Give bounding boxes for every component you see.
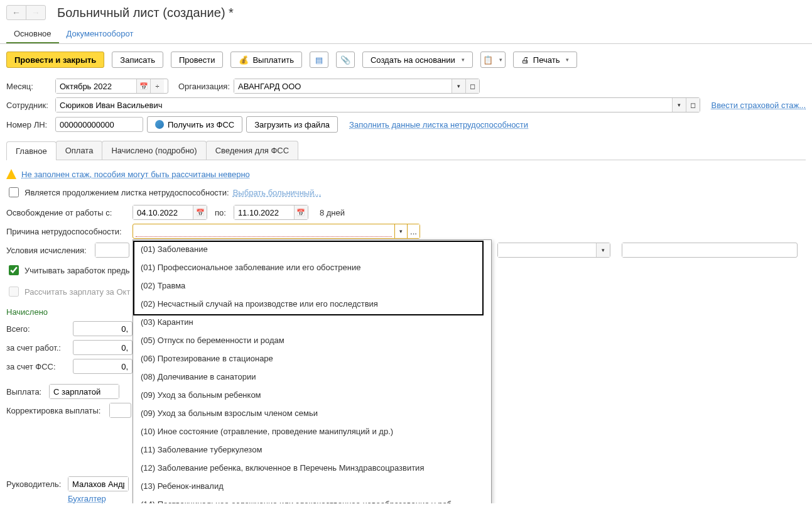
sub-tabs: Главное Оплата Начислено (подробно) Свед…: [6, 141, 806, 160]
pay-button[interactable]: 💰 Выплатить: [230, 52, 302, 68]
employee-field[interactable]: ◻: [55, 97, 700, 112]
employee-input[interactable]: [56, 98, 672, 112]
org-label: Организация:: [178, 82, 230, 91]
select-sick-link[interactable]: Выбрать больничный...: [233, 188, 322, 197]
employer-label: за счет работ.:: [6, 343, 69, 353]
reason-dropdown-icon[interactable]: [394, 224, 407, 238]
subtab-accrued[interactable]: Начислено (подробно): [102, 141, 206, 160]
report-icon: ▤: [315, 55, 323, 65]
accountant-link[interactable]: Бухгалтер: [68, 494, 106, 503]
reason-option[interactable]: (01) Заболевание: [133, 240, 491, 258]
stepper-icon[interactable]: ÷: [150, 79, 164, 93]
reason-option[interactable]: (11) Заболевание туберкулезом: [133, 441, 491, 459]
create-based-button[interactable]: Создать на основании: [362, 52, 473, 68]
reason-option[interactable]: (10) Иное состояние (отравление, проведе…: [133, 422, 491, 441]
header-bar: ← → Больничный лист (создание) *: [0, 0, 812, 23]
reason-option[interactable]: (13) Ребенок-инвалид: [133, 477, 491, 495]
count-prev-checkbox[interactable]: [9, 265, 19, 275]
reason-option[interactable]: (06) Протезирование в стационаре: [133, 349, 491, 368]
conditions-field-3[interactable]: [622, 243, 798, 258]
date-to-input[interactable]: [234, 205, 294, 219]
employee-dropdown-icon[interactable]: [672, 98, 686, 112]
employee-open-icon[interactable]: ◻: [686, 98, 700, 112]
total-label: Всего:: [6, 324, 69, 334]
ln-input[interactable]: [55, 117, 143, 132]
org-field[interactable]: ◻: [234, 79, 480, 94]
report-button[interactable]: ▤: [310, 52, 328, 68]
save-button[interactable]: Записать: [112, 52, 163, 68]
forward-button[interactable]: →: [26, 5, 46, 20]
payout-input[interactable]: [50, 385, 119, 398]
attach-button[interactable]: 📎: [336, 52, 355, 68]
fss-input[interactable]: [73, 359, 133, 374]
reason-option[interactable]: (08) Долечивание в санатории: [133, 368, 491, 386]
submit-button[interactable]: Провести: [171, 52, 224, 68]
create-based-label: Создать на основании: [371, 55, 455, 65]
date-to-field[interactable]: 📅: [234, 205, 308, 220]
date-from-field[interactable]: 📅: [133, 205, 207, 220]
extra-button[interactable]: 📋: [480, 52, 506, 68]
fill-data-link[interactable]: Заполнить данные листка нетрудоспособнос…: [349, 120, 528, 129]
total-input[interactable]: [73, 321, 133, 336]
calendar-icon[interactable]: 📅: [136, 79, 150, 93]
reason-input[interactable]: [136, 226, 392, 237]
employer-input[interactable]: [73, 340, 133, 355]
top-tabs: Основное Документооборот: [0, 23, 812, 44]
pay-label: Выплатить: [252, 55, 294, 65]
chevron-down-icon: [566, 57, 569, 63]
reason-option[interactable]: (14) Поствакцинальное осложнение или зло…: [133, 495, 491, 503]
count-prev-label: Учитывать заработок предь: [24, 266, 130, 275]
tab-main[interactable]: Основное: [6, 25, 59, 43]
employee-row: Сотрудник: ◻ Ввести страховой стаж...: [6, 96, 806, 114]
correction-input[interactable]: [110, 403, 129, 417]
release-label: Освобождение от работы с:: [6, 208, 129, 217]
ln-label: Номер ЛН:: [6, 120, 51, 129]
reason-option[interactable]: (12) Заболевание ребенка, включенное в П…: [133, 459, 491, 477]
conditions-label: Условия исчисления:: [6, 246, 91, 255]
org-dropdown-icon[interactable]: [452, 79, 465, 93]
conditions-input[interactable]: [95, 243, 127, 257]
page-title: Больничный лист (создание) *: [57, 6, 234, 20]
reason-option[interactable]: (02) Несчастный случай на производстве и…: [133, 295, 491, 313]
reason-option[interactable]: (02) Травма: [133, 276, 491, 295]
back-button[interactable]: ←: [6, 5, 26, 20]
conditions-input-3[interactable]: [622, 243, 796, 257]
org-input[interactable]: [234, 79, 452, 93]
reason-option[interactable]: (05) Отпуск по беременности и родам: [133, 331, 491, 349]
subtab-main[interactable]: Главное: [6, 141, 57, 160]
payout-field[interactable]: [49, 384, 119, 399]
manager-field[interactable]: [68, 476, 129, 491]
manager-input[interactable]: [68, 477, 128, 491]
conditions-field-2[interactable]: [497, 243, 610, 258]
month-input[interactable]: [56, 79, 136, 93]
calendar-icon[interactable]: 📅: [294, 205, 308, 219]
continuation-checkbox[interactable]: [9, 187, 19, 197]
submit-close-button[interactable]: Провести и закрыть: [6, 52, 104, 68]
calendar-icon[interactable]: 📅: [193, 205, 207, 219]
print-icon: 🖨: [521, 55, 529, 65]
reason-option[interactable]: (03) Карантин: [133, 313, 491, 331]
tab-docflow[interactable]: Документооборот: [59, 25, 141, 43]
insurance-link[interactable]: Ввести страховой стаж...: [712, 101, 806, 110]
warning-link[interactable]: Не заполнен стаж, пособия могут быть рас…: [21, 170, 250, 179]
month-field[interactable]: 📅 ÷: [55, 79, 168, 94]
subtab-payment[interactable]: Оплата: [56, 141, 103, 160]
reason-field[interactable]: ...: [133, 224, 420, 239]
tab-content: Не заполнен стаж, пособия могут быть рас…: [0, 160, 812, 420]
reason-option[interactable]: (01) Профессиональное заболевание или ег…: [133, 258, 491, 276]
conditions-field[interactable]: [95, 243, 129, 258]
correction-field[interactable]: [109, 403, 131, 418]
pay-icon: 💰: [239, 55, 249, 65]
reason-more-icon[interactable]: ...: [407, 224, 420, 238]
warning-icon: [6, 169, 16, 179]
chevron-down-icon[interactable]: [596, 243, 610, 257]
date-from-input[interactable]: [133, 205, 193, 219]
load-file-button[interactable]: Загрузить из файла: [246, 116, 338, 133]
conditions-input-2[interactable]: [498, 243, 596, 257]
get-fss-button[interactable]: Получить из ФСС: [147, 116, 242, 133]
org-open-icon[interactable]: ◻: [465, 79, 479, 93]
print-button[interactable]: 🖨 Печать: [513, 52, 578, 68]
reason-option[interactable]: (09) Уход за больным ребенком: [133, 386, 491, 404]
reason-option[interactable]: (09) Уход за больным взрослым членом сем…: [133, 404, 491, 422]
subtab-fss[interactable]: Сведения для ФСС: [206, 141, 298, 160]
